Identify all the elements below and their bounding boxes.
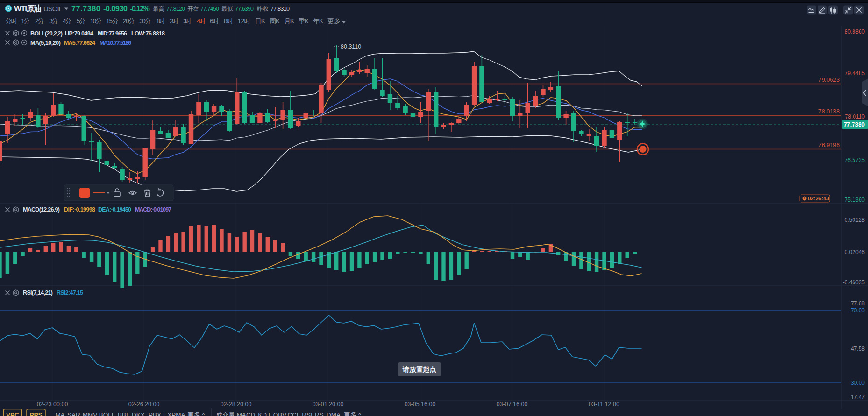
svg-text:4分: 4分 [63,17,72,25]
svg-text:OBV: OBV [273,411,287,416]
svg-text:昨收: 昨收 [257,6,269,12]
svg-text:77.8310: 77.8310 [270,6,290,12]
svg-text:5分: 5分 [77,17,86,25]
svg-text:更多 ^: 更多 ^ [187,411,205,416]
svg-text:02:26:43: 02:26:43 [808,196,829,201]
svg-text:77.7380: 77.7380 [71,4,100,13]
svg-text:03-11 12:00: 03-11 12:00 [589,401,619,408]
svg-text:WTI原油: WTI原油 [14,4,42,13]
svg-text:02-23 00:00: 02-23 00:00 [37,401,68,408]
svg-text:02-26 20:00: 02-26 20:00 [128,401,160,408]
svg-text:更多: 更多 [327,17,341,25]
svg-text:DIF:-0.19998: DIF:-0.19998 [64,206,95,213]
svg-text:VPC: VPC [6,411,19,416]
svg-text:SAR: SAR [67,411,80,416]
svg-text:79.4485: 79.4485 [845,70,865,77]
svg-text:10分: 10分 [90,17,102,25]
svg-text:79.0623: 79.0623 [818,77,840,83]
svg-text:77.68: 77.68 [851,300,865,307]
svg-text:1分: 1分 [21,17,30,25]
svg-text:4时: 4时 [197,17,206,25]
svg-text:77.7450: 77.7450 [200,6,219,12]
svg-text:BOLL(20,2,2): BOLL(20,2,2) [30,30,63,37]
svg-text:DEA:-0.19450: DEA:-0.19450 [98,206,131,213]
svg-text:BBI: BBI [118,411,128,416]
svg-text:3时: 3时 [183,17,192,25]
svg-text:15分: 15分 [106,17,119,25]
svg-text:1时: 1时 [156,17,165,25]
svg-text:月K: 月K [284,17,295,25]
svg-text:最低: 最低 [221,6,234,12]
svg-text:0.02046: 0.02046 [845,249,865,255]
svg-text:RSI: RSI [302,411,313,416]
svg-text:RSI2:47.15: RSI2:47.15 [57,289,83,296]
svg-text:76.9196: 76.9196 [818,142,840,148]
svg-text:03-01 20:00: 03-01 20:00 [313,401,344,408]
svg-text:-0.46035: -0.46035 [843,279,865,286]
svg-text:MMV: MMV [83,411,98,416]
svg-text:请放置起点: 请放置起点 [402,366,437,374]
svg-text:年K: 年K [313,17,324,25]
svg-text:LOW:76.8818: LOW:76.8818 [131,30,165,37]
svg-text:78.0110: 78.0110 [845,113,865,120]
svg-text:78.0138: 78.0138 [818,108,840,115]
svg-text:成交量: 成交量 [216,411,235,416]
svg-text:开盘: 开盘 [187,6,199,12]
svg-text:80.8860: 80.8860 [845,28,865,35]
svg-text:EXPMA: EXPMA [163,411,185,416]
svg-text:8时: 8时 [224,17,234,25]
svg-text:USOIL: USOIL [43,5,63,13]
svg-text:PPS: PPS [29,411,42,416]
svg-text:75.1360: 75.1360 [845,197,865,203]
svg-text:MACD:-0.01097: MACD:-0.01097 [135,206,171,213]
svg-text:BOLL: BOLL [99,411,115,416]
svg-text:0.50128: 0.50128 [845,217,865,223]
svg-text:77.6390: 77.6390 [235,6,254,12]
svg-text:PBX: PBX [149,411,161,416]
svg-text:MID:77.9656: MID:77.9656 [98,30,127,37]
svg-text:12时: 12时 [238,17,251,25]
svg-text:分时: 分时 [6,17,18,25]
svg-text:02-28 20:00: 02-28 20:00 [221,401,252,408]
svg-text:2分: 2分 [35,17,44,25]
svg-text:-0.12%: -0.12% [130,4,150,13]
svg-text:最高: 最高 [153,6,164,12]
svg-text:RS: RS [315,411,324,416]
svg-text:17.47: 17.47 [851,394,865,401]
svg-text:03-05 16:00: 03-05 16:00 [405,401,436,408]
svg-text:MACD(12,26,9): MACD(12,26,9) [23,206,60,213]
svg-text:日K: 日K [255,17,266,25]
svg-text:MA10:77.5186: MA10:77.5186 [100,40,131,46]
svg-text:77.7380: 77.7380 [844,121,865,128]
svg-text:KDJ: KDJ [258,411,270,416]
svg-text:70.00: 70.00 [851,307,865,314]
svg-text:季K: 季K [299,17,309,25]
svg-text:03-07 16:00: 03-07 16:00 [497,401,528,408]
svg-text:MACD: MACD [237,411,256,416]
svg-text:76.5735: 76.5735 [845,157,865,163]
svg-text:20分: 20分 [123,17,135,25]
svg-text:MA5:77.6624: MA5:77.6624 [64,40,95,46]
svg-text:DKX: DKX [132,411,145,416]
svg-text:2时: 2时 [170,17,179,25]
svg-text:周K: 周K [270,17,280,25]
svg-text:77.8120: 77.8120 [166,6,185,12]
svg-text:CCI: CCI [287,411,298,416]
svg-text:-0.0930: -0.0930 [103,4,128,13]
svg-text:DMA: DMA [327,411,341,416]
svg-text:MA: MA [55,411,64,416]
svg-text:更多 ^: 更多 ^ [344,411,362,416]
svg-text:30分: 30分 [139,17,151,25]
svg-text:RSI(7,14,21): RSI(7,14,21) [23,289,53,296]
svg-text:3分: 3分 [49,17,58,25]
svg-text:6时: 6时 [210,17,219,25]
svg-text:MA(5,10,20): MA(5,10,20) [30,40,61,46]
svg-text:80.3110: 80.3110 [341,43,361,50]
svg-text:30.00: 30.00 [851,380,865,386]
svg-text:UP:79.0494: UP:79.0494 [65,30,93,37]
svg-text:47.58: 47.58 [851,345,865,352]
